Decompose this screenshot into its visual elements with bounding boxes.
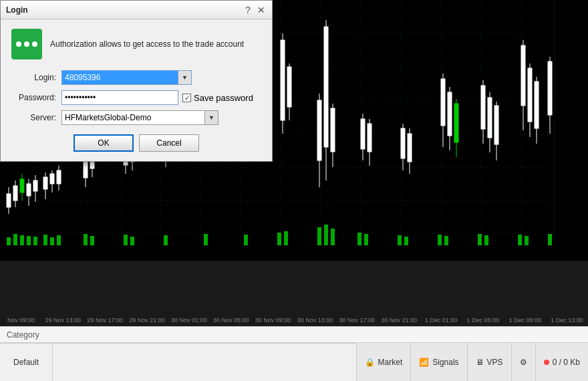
svg-rect-31: [90, 236, 94, 245]
close-button[interactable]: ✕: [256, 5, 267, 15]
svg-rect-22: [7, 237, 11, 245]
svg-rect-25: [27, 236, 31, 245]
svg-rect-98: [401, 128, 405, 158]
login-row: Login: ▼: [11, 70, 261, 85]
svg-rect-34: [164, 235, 168, 245]
dialog-titlebar: Login ? ✕: [1, 1, 272, 19]
password-input[interactable]: [61, 90, 178, 105]
svg-rect-32: [124, 235, 128, 245]
svg-rect-54: [7, 194, 11, 207]
svg-rect-24: [20, 235, 24, 245]
cancel-button[interactable]: Cancel: [139, 134, 199, 152]
xaxis-label-11: 1 Dec 05:00: [462, 317, 504, 324]
svg-rect-28: [50, 237, 54, 245]
server-row: Server: ▼: [11, 110, 261, 125]
svg-rect-108: [481, 86, 485, 129]
svg-rect-29: [57, 235, 61, 245]
market-button[interactable]: 🔒 Market: [356, 343, 411, 381]
signal-icon: 📶: [419, 358, 429, 367]
svg-rect-92: [331, 108, 335, 152]
svg-rect-47: [444, 236, 448, 245]
svg-rect-44: [398, 235, 402, 245]
password-label: Password:: [11, 93, 61, 102]
bottom-right-bar: 🔒 Market 📶 Signals 🖥 VPS ⚙ 0 / 0 Kb: [356, 343, 588, 381]
svg-rect-35: [204, 234, 208, 245]
login-dialog: Login ? ✕ Authorization allows to get ac…: [0, 0, 273, 162]
svg-rect-30: [84, 234, 88, 245]
signals-button[interactable]: 📶 Signals: [410, 343, 466, 381]
server-input[interactable]: [61, 110, 205, 125]
xaxis-bar: Nov 09:00 29 Nov 13:00 29 Nov 17:00 29 N…: [0, 314, 588, 326]
xaxis-label-1: 29 Nov 13:00: [42, 317, 84, 324]
login-dialog-overlay: Login ? ✕ Authorization allows to get ac…: [0, 0, 274, 160]
svg-rect-51: [525, 236, 529, 245]
svg-rect-52: [548, 234, 552, 245]
dialog-title-buttons: ? ✕: [243, 5, 267, 15]
xaxis-label-10: 1 Dec 01:00: [420, 317, 462, 324]
svg-rect-60: [27, 184, 31, 196]
dialog-description: Authorization allows to get access to th…: [50, 39, 244, 50]
avatar-dot-3: [32, 41, 37, 47]
xaxis-label-9: 30 Nov 21:00: [378, 317, 420, 324]
login-dropdown-arrow[interactable]: ▼: [178, 70, 192, 85]
avatar-dots: [16, 41, 37, 47]
svg-rect-49: [484, 235, 488, 245]
help-button[interactable]: ?: [243, 5, 253, 15]
svg-rect-42: [357, 233, 361, 245]
login-label: Login:: [11, 73, 61, 82]
svg-rect-62: [33, 180, 37, 191]
svg-rect-66: [50, 174, 54, 184]
xaxis-label-6: 30 Nov 09:00: [252, 317, 294, 324]
dialog-header: Authorization allows to get access to th…: [11, 29, 261, 59]
login-input[interactable]: [61, 70, 178, 85]
settings-button[interactable]: ⚙: [511, 343, 535, 381]
dialog-buttons: OK Cancel: [11, 134, 261, 152]
svg-rect-110: [488, 98, 492, 138]
avatar-dot-1: [16, 41, 21, 47]
svg-rect-106: [454, 104, 458, 142]
server-dropdown-arrow[interactable]: ▼: [205, 110, 218, 125]
svg-rect-104: [448, 92, 452, 136]
xaxis-label-8: 30 Nov 17:00: [336, 317, 378, 324]
password-input-wrapper: ✓ Save password: [61, 90, 253, 105]
svg-rect-94: [361, 119, 365, 149]
svg-rect-39: [317, 227, 321, 245]
save-password-checkbox[interactable]: ✓: [182, 94, 191, 102]
svg-rect-33: [130, 237, 134, 245]
svg-rect-112: [494, 106, 498, 144]
svg-rect-100: [408, 134, 412, 162]
xaxis-label-13: 1 Dec 13:00: [546, 317, 588, 324]
svg-rect-114: [521, 45, 525, 106]
svg-rect-84: [281, 40, 285, 120]
category-bar: Category: [0, 326, 588, 343]
svg-rect-90: [324, 27, 328, 147]
xaxis-label-5: 30 Nov 05:00: [210, 317, 252, 324]
svg-rect-23: [13, 234, 17, 245]
default-tab[interactable]: Default: [0, 344, 53, 381]
vps-button[interactable]: 🖥 VPS: [467, 343, 511, 381]
svg-rect-102: [441, 79, 445, 126]
svg-rect-36: [244, 235, 248, 245]
xaxis-label-0: Nov 09:00: [0, 317, 42, 324]
svg-rect-68: [57, 170, 61, 184]
svg-rect-120: [548, 61, 552, 115]
save-password-label: Save password: [194, 93, 253, 103]
xaxis-label-7: 30 Nov 13:00: [294, 317, 336, 324]
category-label: Category: [7, 330, 39, 340]
server-label: Server:: [11, 113, 61, 122]
svg-rect-70: [84, 159, 88, 178]
password-row: Password: ✓ Save password: [11, 90, 261, 105]
server-input-wrapper: ▼: [61, 110, 218, 125]
xaxis-label-4: 30 Nov 01:00: [168, 317, 210, 324]
ok-button[interactable]: OK: [74, 134, 134, 152]
vps-icon: 🖥: [476, 358, 484, 367]
svg-rect-64: [43, 177, 47, 189]
gear-icon: ⚙: [520, 358, 527, 367]
svg-rect-43: [364, 234, 368, 245]
xaxis-label-2: 29 Nov 17:00: [84, 317, 126, 324]
login-input-wrapper: ▼: [61, 70, 192, 85]
svg-rect-96: [368, 124, 372, 152]
svg-rect-116: [528, 68, 532, 122]
svg-rect-46: [438, 235, 442, 245]
svg-rect-50: [518, 235, 522, 245]
